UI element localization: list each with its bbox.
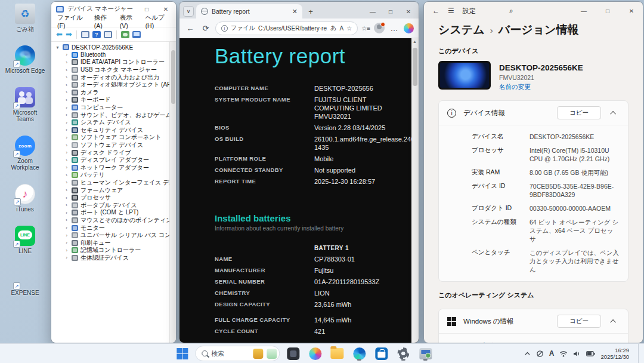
new-tab-button[interactable]: + (305, 5, 317, 17)
page-scrollbar[interactable] (411, 38, 419, 343)
expand-chevron-icon[interactable]: › (64, 187, 69, 193)
tab-close-icon[interactable]: ✕ (291, 8, 299, 16)
tree-node[interactable]: ›サウンド、ビデオ、およびゲーム コントローラー (55, 111, 176, 119)
favorites-bar-icon[interactable]: ☆≡ (361, 25, 370, 32)
edge-button[interactable] (350, 346, 368, 361)
update-driver-icon[interactable] (132, 31, 141, 38)
close-button[interactable]: ✕ (401, 5, 416, 17)
ime-mode-icon[interactable]: A (549, 349, 555, 358)
search-icon[interactable]: ⌕ (509, 7, 513, 15)
desktop-shortcut-itunes[interactable]: ↗iTunes (4, 184, 47, 213)
device-info-card-header[interactable]: i デバイス情報 コピー (439, 101, 628, 125)
expand-chevron-icon[interactable]: › (64, 210, 69, 216)
expand-chevron-icon[interactable]: › (64, 120, 69, 125)
expand-chevron-icon[interactable]: › (64, 173, 69, 178)
tree-node[interactable]: ›プロセッサ (55, 194, 176, 202)
desktop-shortcut-edge[interactable]: ↗Microsoft Edge (4, 45, 47, 74)
scan-hardware-icon[interactable] (121, 31, 129, 38)
expand-chevron-icon[interactable]: › (64, 233, 69, 238)
tree-node[interactable]: ›ファームウェア (55, 186, 176, 194)
copy-windows-info-button[interactable]: コピー (557, 315, 601, 328)
store-button[interactable] (372, 346, 390, 361)
wifi-icon[interactable] (559, 350, 568, 357)
collapse-chevron-icon[interactable] (610, 110, 616, 116)
tree-node[interactable]: ›キーボード (55, 96, 176, 104)
tree-node[interactable]: ›オーディオの入力および出力 (55, 73, 176, 81)
tree-node[interactable]: ›Bluetooth (55, 51, 176, 59)
expand-chevron-icon[interactable]: › (64, 105, 69, 110)
collapse-chevron-icon[interactable]: ▾ (55, 45, 60, 50)
tree-node[interactable]: ›カメラ (55, 89, 176, 97)
desktop-shortcut-line[interactable]: ↗LINE (4, 226, 47, 254)
copilot-icon[interactable] (404, 23, 414, 33)
tree-node[interactable]: ›生体認証デバイス (55, 254, 176, 262)
show-desktop-button[interactable] (638, 344, 640, 363)
tree-node[interactable]: ›ネットワーク アダプター (55, 164, 176, 172)
file-explorer-button[interactable] (328, 346, 346, 361)
tree-node[interactable]: ›USB コネクタ マネージャー (55, 66, 176, 74)
tree-node[interactable]: ›オーディオ処理オブジェクト (APO) (55, 81, 176, 89)
expand-chevron-icon[interactable]: › (64, 248, 69, 253)
expand-chevron-icon[interactable]: › (64, 67, 69, 73)
settings-button[interactable] (394, 346, 412, 361)
expand-chevron-icon[interactable]: › (64, 217, 69, 223)
breadcrumb-system[interactable]: システム (438, 22, 485, 38)
properties-icon[interactable] (104, 31, 112, 38)
desktop-shortcut-recycle-bin[interactable]: ごみ箱 (4, 4, 47, 32)
tray-chevron-up-icon[interactable] (524, 350, 531, 357)
copilot-button[interactable] (306, 346, 324, 361)
start-button[interactable] (173, 346, 191, 361)
tree-node[interactable]: ›コンピューター (55, 104, 176, 112)
tree-node[interactable]: ›ポータブル デバイス (55, 201, 176, 209)
forward-arrow-icon[interactable]: ➡ (66, 30, 72, 38)
expand-chevron-icon[interactable]: › (64, 112, 69, 118)
refresh-button[interactable]: ⟳ (200, 24, 212, 33)
show-list-icon[interactable] (81, 31, 89, 38)
expand-chevron-icon[interactable]: › (64, 127, 69, 133)
expand-chevron-icon[interactable]: › (64, 82, 69, 88)
rename-device-link[interactable]: 名前の変更 (499, 83, 583, 91)
maximize-button[interactable]: □ (139, 3, 154, 15)
windows-info-card-header[interactable]: Windows の情報 コピー (439, 309, 628, 333)
expand-chevron-icon[interactable]: › (64, 202, 69, 208)
tree-node[interactable]: ›ディスプレイ アダプター (55, 156, 176, 164)
back-arrow-icon[interactable]: ⬅ (56, 30, 63, 38)
expand-chevron-icon[interactable]: › (64, 150, 69, 155)
expand-chevron-icon[interactable]: › (64, 97, 69, 103)
volume-icon[interactable] (573, 350, 581, 357)
back-button[interactable]: ← (184, 24, 196, 33)
back-arrow-icon[interactable]: ← (432, 7, 439, 15)
help-icon[interactable]: ? (92, 31, 101, 38)
tree-node[interactable]: ›システム デバイス (55, 119, 176, 127)
expand-chevron-icon[interactable]: › (64, 180, 69, 185)
read-aloud-icon[interactable]: A (340, 25, 344, 32)
expand-chevron-icon[interactable]: › (64, 90, 69, 95)
tree-node[interactable]: ›ポート (COM と LPT) (55, 209, 176, 217)
tree-node[interactable]: ›マウスとそのほかのポインティング デバイス (55, 217, 176, 224)
tree-node[interactable]: ›IDE ATA/ATAPI コントローラー (55, 59, 176, 66)
tree-node[interactable]: ›記憶域コントローラー (55, 247, 176, 254)
hamburger-menu-icon[interactable]: ☰ (448, 7, 454, 15)
tray-clock[interactable]: 16:29 2025/12/30 (600, 347, 631, 360)
expand-chevron-icon[interactable]: › (64, 195, 69, 201)
notification-off-icon[interactable] (536, 350, 544, 358)
maximize-button[interactable]: □ (383, 5, 398, 17)
battery-icon[interactable] (586, 351, 595, 356)
expand-chevron-icon[interactable]: › (64, 255, 69, 260)
favorite-star-icon[interactable]: ☆ (346, 25, 352, 32)
tab-actions-chevron-icon[interactable]: ∨ (183, 6, 194, 17)
expand-chevron-icon[interactable]: › (64, 75, 69, 80)
tree-node[interactable]: ›ディスク ドライブ (55, 149, 176, 156)
expand-chevron-icon[interactable]: › (64, 52, 69, 57)
tree-node[interactable]: ›印刷キュー (55, 239, 176, 247)
desktop-shortcut-photo-shortcut[interactable]: ↗EXPENSE (4, 267, 47, 296)
tree-node[interactable]: ›ソフトウェア コンポーネント (55, 134, 176, 141)
minimize-button[interactable]: — (576, 5, 592, 17)
tree-node[interactable]: ›ソフトウェア デバイス (55, 141, 176, 149)
tree-root-node[interactable]: ▾DESKTOP-2025656KE (55, 44, 176, 51)
tree-node[interactable]: ›ヒューマン インターフェイス デバイス (55, 179, 176, 187)
expand-chevron-icon[interactable]: › (64, 158, 69, 163)
page-info-icon[interactable]: i (221, 25, 228, 32)
minimize-button[interactable]: — (365, 5, 380, 17)
more-menu-icon[interactable]: … (388, 24, 400, 33)
